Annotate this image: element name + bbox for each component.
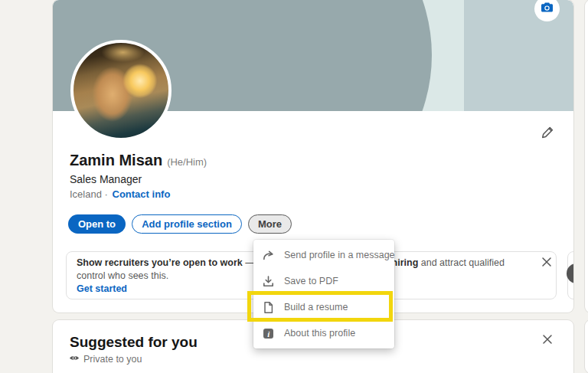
share-arrow-icon <box>262 249 275 262</box>
dismiss-suggested-button[interactable] <box>541 333 554 345</box>
close-icon <box>541 257 553 270</box>
more-dropdown-menu: Send profile in a message Save to PDF Bu… <box>253 240 394 348</box>
open-to-button[interactable]: Open to <box>68 214 126 234</box>
right-rail-card <box>585 0 588 312</box>
menu-item-save-to-pdf[interactable]: Save to PDF <box>253 268 394 294</box>
edit-intro-button[interactable] <box>540 125 555 140</box>
add-profile-section-button[interactable]: Add profile section <box>132 214 242 234</box>
info-icon: i <box>262 327 275 340</box>
right-rail-card <box>585 320 588 373</box>
menu-item-build-a-resume[interactable]: Build a resume <box>253 294 394 320</box>
dismiss-banner-button[interactable] <box>541 256 553 268</box>
profile-pronouns: (He/Him) <box>167 156 207 168</box>
get-started-link[interactable]: Get started <box>77 283 273 296</box>
camera-icon <box>541 2 554 17</box>
menu-item-send-profile[interactable]: Send profile in a message <box>253 242 394 268</box>
menu-item-about-this-profile[interactable]: i About this profile <box>253 320 394 346</box>
eye-icon <box>69 354 80 365</box>
download-icon <box>262 275 275 288</box>
edit-cover-photo-button[interactable] <box>534 0 560 21</box>
profile-location: Iceland <box>70 188 102 200</box>
open-to-work-line2: control who sees this. <box>77 270 273 283</box>
suggested-section-title: Suggested for you <box>70 334 198 351</box>
pencil-icon <box>540 129 555 142</box>
profile-name: Zamin Misan <box>70 152 162 169</box>
privacy-label: Private to you <box>83 354 142 365</box>
close-icon <box>541 335 554 348</box>
profile-headline: Sales Manager <box>70 173 142 185</box>
chevron-right-icon <box>571 267 573 280</box>
more-button[interactable]: More <box>248 214 292 234</box>
contact-info-link[interactable]: Contact info <box>113 188 171 200</box>
location-separator: · <box>105 188 108 200</box>
profile-photo[interactable] <box>70 40 172 141</box>
open-to-work-line1: Show recruiters you’re open to work — yo… <box>77 257 273 270</box>
document-icon <box>262 301 275 314</box>
